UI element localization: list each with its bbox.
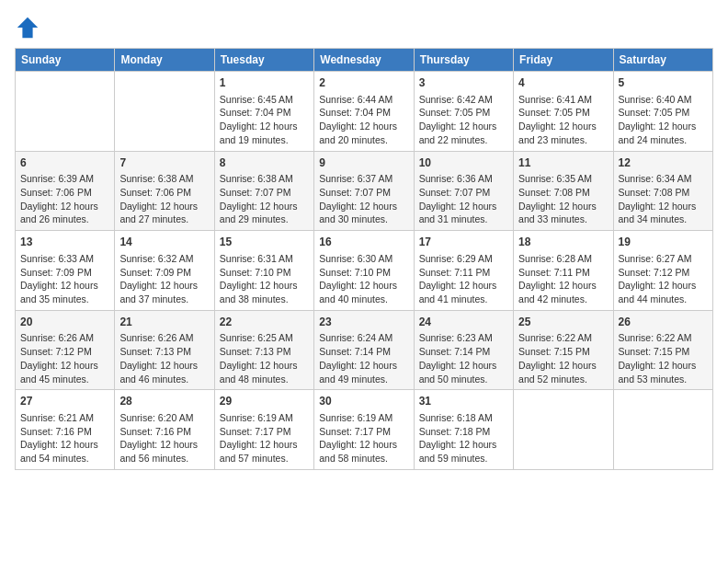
day-number: 19 [619, 235, 708, 250]
day-info: Sunrise: 6:28 AMSunset: 7:11 PMDaylight:… [518, 252, 608, 306]
calendar-cell: 21Sunrise: 6:26 AMSunset: 7:13 PMDayligh… [115, 310, 214, 390]
day-number: 16 [319, 235, 408, 250]
day-info: Sunrise: 6:29 AMSunset: 7:11 PMDaylight:… [419, 252, 508, 306]
calendar-cell: 20Sunrise: 6:26 AMSunset: 7:12 PMDayligh… [16, 310, 115, 390]
calendar-cell: 27Sunrise: 6:21 AMSunset: 7:16 PMDayligh… [16, 390, 115, 470]
day-number: 2 [319, 75, 408, 91]
calendar-cell: 4Sunrise: 6:41 AMSunset: 7:05 PMDaylight… [514, 72, 613, 152]
page-header [15, 15, 713, 40]
day-info: Sunrise: 6:21 AMSunset: 7:16 PMDaylight:… [20, 411, 109, 465]
day-info: Sunrise: 6:35 AMSunset: 7:08 PMDaylight:… [518, 172, 608, 226]
calendar-week-row: 6Sunrise: 6:39 AMSunset: 7:06 PMDaylight… [16, 151, 713, 231]
day-number: 25 [518, 315, 608, 330]
calendar-cell: 19Sunrise: 6:27 AMSunset: 7:12 PMDayligh… [613, 231, 712, 311]
logo-icon [15, 15, 40, 40]
day-number: 10 [419, 155, 508, 171]
day-number: 6 [20, 155, 109, 171]
day-number: 18 [518, 235, 608, 250]
day-number: 1 [220, 75, 309, 91]
day-info: Sunrise: 6:26 AMSunset: 7:13 PMDaylight:… [119, 331, 209, 385]
calendar-week-row: 1Sunrise: 6:45 AMSunset: 7:04 PMDaylight… [16, 72, 713, 152]
calendar-cell: 10Sunrise: 6:36 AMSunset: 7:07 PMDayligh… [414, 151, 513, 231]
calendar-table: SundayMondayTuesdayWednesdayThursdayFrid… [15, 48, 713, 470]
calendar-week-row: 27Sunrise: 6:21 AMSunset: 7:16 PMDayligh… [16, 390, 713, 470]
day-info: Sunrise: 6:30 AMSunset: 7:10 PMDaylight:… [319, 252, 408, 306]
calendar-cell: 11Sunrise: 6:35 AMSunset: 7:08 PMDayligh… [514, 151, 613, 231]
day-number: 5 [619, 75, 708, 91]
calendar-cell: 5Sunrise: 6:40 AMSunset: 7:05 PMDaylight… [613, 72, 712, 152]
day-number: 3 [419, 75, 508, 91]
day-info: Sunrise: 6:27 AMSunset: 7:12 PMDaylight:… [619, 252, 708, 306]
day-info: Sunrise: 6:22 AMSunset: 7:15 PMDaylight:… [518, 331, 608, 385]
day-header: Thursday [414, 49, 513, 72]
day-number: 12 [619, 155, 708, 171]
calendar-cell: 13Sunrise: 6:33 AMSunset: 7:09 PMDayligh… [16, 231, 115, 311]
calendar-cell: 3Sunrise: 6:42 AMSunset: 7:05 PMDaylight… [414, 72, 513, 152]
day-header: Friday [514, 49, 613, 72]
calendar-cell [613, 390, 712, 470]
calendar-cell: 23Sunrise: 6:24 AMSunset: 7:14 PMDayligh… [314, 310, 414, 390]
calendar-cell [16, 72, 115, 152]
day-number: 17 [419, 235, 508, 250]
day-info: Sunrise: 6:38 AMSunset: 7:07 PMDaylight:… [220, 172, 309, 226]
calendar-cell: 7Sunrise: 6:38 AMSunset: 7:06 PMDaylight… [115, 151, 214, 231]
calendar-cell: 24Sunrise: 6:23 AMSunset: 7:14 PMDayligh… [414, 310, 513, 390]
day-info: Sunrise: 6:40 AMSunset: 7:05 PMDaylight:… [619, 93, 708, 147]
logo [15, 15, 44, 40]
day-number: 27 [20, 394, 109, 409]
day-number: 7 [119, 155, 209, 171]
day-info: Sunrise: 6:31 AMSunset: 7:10 PMDaylight:… [220, 252, 309, 306]
calendar-header-row: SundayMondayTuesdayWednesdayThursdayFrid… [16, 49, 713, 72]
calendar-cell: 15Sunrise: 6:31 AMSunset: 7:10 PMDayligh… [214, 231, 313, 311]
day-info: Sunrise: 6:32 AMSunset: 7:09 PMDaylight:… [119, 252, 209, 306]
day-number: 22 [220, 315, 309, 330]
calendar-cell: 28Sunrise: 6:20 AMSunset: 7:16 PMDayligh… [115, 390, 214, 470]
calendar-cell [115, 72, 214, 152]
day-number: 13 [20, 235, 109, 250]
calendar-cell [514, 390, 613, 470]
day-number: 28 [119, 394, 209, 409]
calendar-cell: 30Sunrise: 6:19 AMSunset: 7:17 PMDayligh… [314, 390, 414, 470]
day-number: 24 [419, 315, 508, 330]
calendar-week-row: 13Sunrise: 6:33 AMSunset: 7:09 PMDayligh… [16, 231, 713, 311]
day-info: Sunrise: 6:39 AMSunset: 7:06 PMDaylight:… [20, 172, 109, 226]
day-info: Sunrise: 6:34 AMSunset: 7:08 PMDaylight:… [619, 172, 708, 226]
calendar-cell: 9Sunrise: 6:37 AMSunset: 7:07 PMDaylight… [314, 151, 414, 231]
day-header: Saturday [613, 49, 712, 72]
day-header: Wednesday [314, 49, 414, 72]
day-number: 21 [119, 315, 209, 330]
day-info: Sunrise: 6:41 AMSunset: 7:05 PMDaylight:… [518, 93, 608, 147]
calendar-cell: 18Sunrise: 6:28 AMSunset: 7:11 PMDayligh… [514, 231, 613, 311]
day-number: 30 [319, 394, 408, 409]
day-info: Sunrise: 6:38 AMSunset: 7:06 PMDaylight:… [119, 172, 209, 226]
day-info: Sunrise: 6:22 AMSunset: 7:15 PMDaylight:… [619, 331, 708, 385]
calendar-cell: 16Sunrise: 6:30 AMSunset: 7:10 PMDayligh… [314, 231, 414, 311]
day-info: Sunrise: 6:20 AMSunset: 7:16 PMDaylight:… [119, 411, 209, 465]
day-number: 14 [119, 235, 209, 250]
calendar-cell: 6Sunrise: 6:39 AMSunset: 7:06 PMDaylight… [16, 151, 115, 231]
day-header: Tuesday [214, 49, 313, 72]
day-number: 4 [518, 75, 608, 91]
day-info: Sunrise: 6:36 AMSunset: 7:07 PMDaylight:… [419, 172, 508, 226]
calendar-cell: 25Sunrise: 6:22 AMSunset: 7:15 PMDayligh… [514, 310, 613, 390]
day-number: 9 [319, 155, 408, 171]
calendar-cell: 29Sunrise: 6:19 AMSunset: 7:17 PMDayligh… [214, 390, 313, 470]
day-header: Monday [115, 49, 214, 72]
day-number: 11 [518, 155, 608, 171]
calendar-cell: 31Sunrise: 6:18 AMSunset: 7:18 PMDayligh… [414, 390, 513, 470]
calendar-cell: 26Sunrise: 6:22 AMSunset: 7:15 PMDayligh… [613, 310, 712, 390]
calendar-cell: 8Sunrise: 6:38 AMSunset: 7:07 PMDaylight… [214, 151, 313, 231]
calendar-cell: 22Sunrise: 6:25 AMSunset: 7:13 PMDayligh… [214, 310, 313, 390]
day-number: 20 [20, 315, 109, 330]
day-info: Sunrise: 6:42 AMSunset: 7:05 PMDaylight:… [419, 93, 508, 147]
day-info: Sunrise: 6:26 AMSunset: 7:12 PMDaylight:… [20, 331, 109, 385]
calendar-week-row: 20Sunrise: 6:26 AMSunset: 7:12 PMDayligh… [16, 310, 713, 390]
svg-marker-0 [17, 17, 38, 38]
day-info: Sunrise: 6:19 AMSunset: 7:17 PMDaylight:… [220, 411, 309, 465]
day-info: Sunrise: 6:25 AMSunset: 7:13 PMDaylight:… [220, 331, 309, 385]
day-info: Sunrise: 6:44 AMSunset: 7:04 PMDaylight:… [319, 93, 408, 147]
calendar-cell: 1Sunrise: 6:45 AMSunset: 7:04 PMDaylight… [214, 72, 313, 152]
day-info: Sunrise: 6:23 AMSunset: 7:14 PMDaylight:… [419, 331, 508, 385]
day-number: 23 [319, 315, 408, 330]
calendar-cell: 2Sunrise: 6:44 AMSunset: 7:04 PMDaylight… [314, 72, 414, 152]
